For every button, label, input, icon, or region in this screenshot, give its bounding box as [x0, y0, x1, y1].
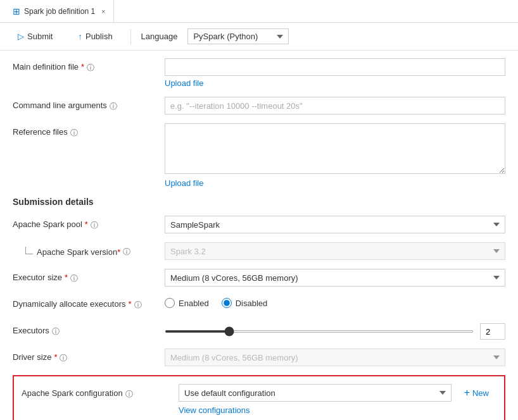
apache-spark-pool-control: SampleSpark	[165, 216, 505, 233]
executor-size-row: Executor size * ⓘ Medium (8 vCores, 56GB…	[13, 269, 505, 287]
driver-size-control: Medium (8 vCores, 56GB memory)	[165, 349, 505, 366]
executors-row: Executors ⓘ	[13, 322, 505, 340]
toolbar-divider	[130, 29, 131, 44]
publish-label: Publish	[85, 32, 113, 41]
apache-spark-pool-label: Apache Spark pool * ⓘ	[13, 216, 165, 231]
apache-spark-config-section: Apache Spark configuration ⓘ Use default…	[13, 375, 505, 420]
command-line-arguments-input[interactable]	[165, 97, 505, 114]
new-btn-label: New	[472, 388, 489, 398]
reference-files-control: Upload file	[165, 123, 505, 188]
apache-spark-config-label: Apache Spark configuration ⓘ	[22, 386, 174, 400]
radio-disabled-item[interactable]: Disabled	[222, 298, 268, 308]
config-info-icon: ⓘ	[125, 389, 133, 400]
command-line-arguments-label: Command line arguments ⓘ	[13, 97, 165, 112]
version-info-icon: ⓘ	[123, 247, 130, 257]
dynalloc-required: *	[128, 299, 131, 309]
publish-icon: ↑	[78, 32, 82, 41]
command-line-arguments-row: Command line arguments ⓘ	[13, 97, 505, 114]
main-def-info-icon: ⓘ	[87, 63, 94, 73]
executor-size-info-icon: ⓘ	[70, 273, 78, 284]
apache-spark-version-control: Spark 3.2	[165, 242, 505, 260]
executors-value-input[interactable]	[480, 323, 505, 340]
version-required-asterisk: *	[117, 247, 120, 257]
upload-file-link-2[interactable]: Upload file	[165, 178, 203, 188]
plus-icon: +	[464, 387, 470, 398]
reference-files-textarea[interactable]	[165, 123, 505, 174]
driver-size-required: *	[54, 352, 57, 362]
executors-control	[165, 322, 505, 340]
dynamically-allocate-control: Enabled Disabled	[165, 295, 505, 308]
executors-slider-area	[165, 322, 505, 340]
apache-spark-version-select[interactable]: Spark 3.2	[165, 242, 505, 260]
executors-slider[interactable]	[165, 330, 474, 333]
submit-icon: ▷	[18, 32, 24, 41]
apache-spark-version-row: Apache Spark version * ⓘ Spark 3.2	[13, 242, 505, 260]
executor-size-select[interactable]: Medium (8 vCores, 56GB memory)	[165, 269, 505, 287]
reference-files-label: Reference files ⓘ	[13, 123, 165, 139]
reference-files-row: Reference files ⓘ Upload file	[13, 123, 505, 188]
main-definition-file-label: Main definition file * ⓘ	[13, 58, 165, 73]
apache-spark-config-select[interactable]: Use default configuration	[179, 384, 452, 402]
executor-size-required: *	[65, 273, 68, 282]
driver-size-label: Driver size * ⓘ	[13, 349, 165, 364]
pool-required-asterisk: *	[85, 219, 88, 229]
tab-close-icon[interactable]: ×	[101, 8, 105, 15]
radio-group-allocate: Enabled Disabled	[165, 295, 505, 308]
executors-label: Executors ⓘ	[13, 322, 165, 337]
new-config-button[interactable]: + New	[457, 385, 496, 401]
tab-label: Spark job definition 1	[24, 7, 95, 16]
main-definition-file-control: Upload file	[165, 58, 505, 88]
driver-size-info-icon: ⓘ	[60, 353, 67, 364]
main-definition-file-input[interactable]	[165, 58, 505, 76]
driver-size-row: Driver size * ⓘ Medium (8 vCores, 56GB m…	[13, 349, 505, 366]
pool-info-icon: ⓘ	[91, 220, 98, 231]
executors-info-icon: ⓘ	[52, 326, 60, 337]
submit-button[interactable]: ▷ Submit	[10, 28, 60, 44]
executor-size-control: Medium (8 vCores, 56GB memory)	[165, 269, 505, 287]
tab-bar: ⊞ Spark job definition 1 ×	[0, 0, 518, 23]
language-label: Language	[141, 32, 178, 41]
upload-file-link-1[interactable]: Upload file	[165, 78, 203, 88]
radio-enabled-input[interactable]	[165, 298, 175, 308]
submit-label: Submit	[27, 32, 53, 41]
dynalloc-info-icon: ⓘ	[134, 300, 142, 311]
apache-spark-pool-select[interactable]: SampleSpark	[165, 216, 505, 233]
publish-button[interactable]: ↑ Publish	[70, 28, 120, 44]
view-configurations-link[interactable]: View configurations	[179, 405, 250, 415]
radio-enabled-item[interactable]: Enabled	[165, 298, 209, 308]
tab-icon: ⊞	[13, 6, 20, 16]
submission-details-header: Submission details	[13, 197, 505, 207]
required-asterisk: *	[81, 62, 84, 71]
spark-job-tab[interactable]: ⊞ Spark job definition 1 ×	[5, 0, 114, 22]
radio-disabled-input[interactable]	[222, 298, 232, 308]
dynamically-allocate-row: Dynamically allocate executors * ⓘ Enabl…	[13, 295, 505, 313]
content-area: Main definition file * ⓘ Upload file Com…	[0, 51, 518, 420]
dynamically-allocate-label: Dynamically allocate executors * ⓘ	[13, 295, 165, 311]
executor-size-label: Executor size * ⓘ	[13, 269, 165, 284]
tree-connector	[25, 247, 33, 254]
ref-files-info-icon: ⓘ	[70, 128, 78, 139]
command-line-arguments-control	[165, 97, 505, 114]
apache-spark-config-row: Apache Spark configuration ⓘ Use default…	[22, 384, 496, 402]
language-select[interactable]: PySpark (Python) Scala Java .NET Spark (…	[187, 28, 289, 44]
apache-spark-version-label: Apache Spark version * ⓘ	[13, 242, 165, 257]
radio-enabled-label: Enabled	[179, 299, 209, 308]
driver-size-select[interactable]: Medium (8 vCores, 56GB memory)	[165, 349, 505, 366]
toolbar: ▷ Submit ↑ Publish Language PySpark (Pyt…	[0, 23, 518, 51]
cmd-args-info-icon: ⓘ	[110, 101, 117, 112]
apache-spark-pool-row: Apache Spark pool * ⓘ SampleSpark	[13, 216, 505, 233]
main-definition-file-row: Main definition file * ⓘ Upload file	[13, 58, 505, 88]
radio-disabled-label: Disabled	[236, 299, 268, 308]
